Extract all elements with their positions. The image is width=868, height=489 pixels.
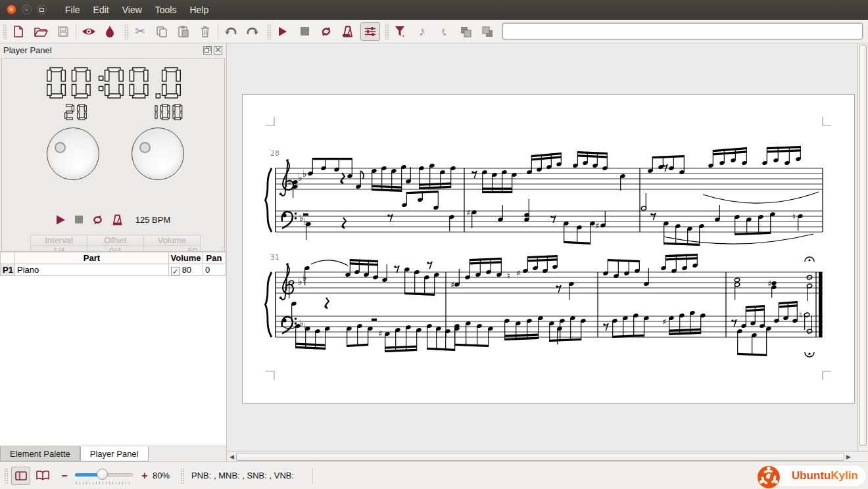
zoom-slider-handle[interactable] — [97, 469, 108, 480]
zoom-in-button[interactable]: + — [138, 470, 151, 482]
part-volume-cell[interactable]: ✓ 80 — [169, 264, 203, 276]
mixer-icon — [364, 26, 376, 37]
statusbar-drag-handle[interactable] — [3, 467, 8, 484]
zoom-level-value: 80% — [153, 471, 170, 480]
play-icon — [277, 26, 288, 37]
window-maximize-button[interactable] — [37, 5, 47, 14]
new-file-icon — [12, 25, 25, 38]
open-folder-icon — [34, 25, 48, 38]
zoom-slider[interactable] — [75, 467, 134, 484]
part-pan-cell[interactable]: 0 — [203, 264, 226, 276]
panel-repeat-button[interactable] — [92, 215, 103, 225]
note-mode-button[interactable]: ♪ — [412, 22, 432, 41]
delete-button[interactable] — [195, 22, 215, 41]
status-bar: − + 80% PNB: , MNB: , SNB: , VNB: Ubuntu… — [0, 461, 868, 489]
player-panel-titlebar[interactable]: Player Panel — [0, 43, 226, 57]
undo-icon — [224, 26, 238, 37]
scroll-right-arrow[interactable]: ▶ — [844, 452, 853, 461]
hidden-elements-button[interactable] — [79, 22, 99, 41]
repeat-icon — [320, 26, 332, 37]
eye-icon — [82, 26, 96, 37]
save-button[interactable] — [53, 22, 73, 41]
bring-forward-button[interactable] — [456, 22, 475, 41]
part-col-header: Part — [15, 252, 169, 264]
toolbar-drag-handle[interactable] — [2, 24, 7, 39]
menu-edit[interactable]: Edit — [87, 2, 116, 18]
tab-element-palette[interactable]: Element Palette — [0, 446, 80, 461]
redo-button[interactable] — [243, 22, 262, 41]
scroll-left-arrow[interactable]: ◀ — [228, 452, 236, 461]
statusbar-drag-handle[interactable] — [180, 467, 184, 484]
horizontal-scrollbar-thumb[interactable] — [236, 453, 844, 461]
menu-file[interactable]: File — [59, 2, 87, 18]
metronome-button[interactable] — [338, 22, 358, 41]
trash-icon — [199, 25, 211, 38]
repeat-button[interactable] — [316, 22, 336, 41]
transport-controls: 125 BPM — [2, 210, 224, 229]
toolbar-drag-handle[interactable] — [384, 24, 389, 39]
volume-knob[interactable] — [132, 128, 184, 180]
metronome-icon — [343, 26, 353, 37]
page-view-button[interactable] — [11, 467, 30, 485]
mixer-button[interactable] — [360, 22, 380, 41]
part-volume-value: 80 — [182, 265, 191, 275]
tab-player-panel[interactable]: Player Panel — [80, 446, 149, 461]
panel-float-button[interactable] — [203, 46, 212, 55]
knob-indicator — [139, 142, 151, 153]
filter-icon — [395, 25, 406, 38]
paste-button[interactable] — [174, 22, 193, 41]
menu-view[interactable]: View — [116, 2, 149, 18]
part-corner-header — [1, 252, 15, 264]
zoom-out-button[interactable]: − — [58, 470, 71, 482]
toolbar-drag-handle[interactable] — [266, 24, 271, 39]
table-row[interactable]: P1 Piano ✓ 80 0 — [1, 264, 226, 276]
svg-text:♮: ♮ — [799, 310, 802, 320]
float-icon — [205, 47, 210, 53]
toolbar-text-input[interactable] — [502, 23, 863, 39]
svg-text:♯: ♯ — [767, 279, 771, 289]
panel-play-button[interactable] — [56, 215, 66, 225]
copy-button[interactable] — [152, 22, 172, 41]
vertical-scrollbar-thumb[interactable] — [859, 45, 867, 446]
open-file-button[interactable] — [31, 22, 51, 41]
filter-button[interactable] — [391, 22, 410, 41]
play-button[interactable] — [273, 22, 293, 41]
undo-button[interactable] — [221, 22, 241, 41]
send-backward-button[interactable] — [477, 22, 497, 41]
tempo-knob[interactable] — [47, 128, 99, 180]
horizontal-scrollbar[interactable]: ◀ ▶ — [228, 451, 868, 461]
score-page[interactable]: 28 31 ♭♭♭♭♭♭♭♭♯♯♯♮♯♮♯♯♯♯♮ — [242, 94, 855, 404]
menu-help[interactable]: Help — [183, 2, 215, 18]
part-list: Part Volume Pan P1 Piano ✓ 80 0 — [0, 251, 226, 446]
ubuntukylin-badge: UbuntuKylin — [765, 464, 867, 488]
part-enabled-checkbox[interactable]: ✓ — [171, 267, 180, 275]
mirrored-note-icon: ♪ — [441, 25, 447, 37]
menu-tools[interactable]: Tools — [149, 2, 183, 18]
panel-close-button[interactable] — [214, 46, 222, 55]
save-icon — [57, 25, 70, 38]
close-icon — [215, 47, 221, 53]
stop-button[interactable] — [295, 22, 314, 41]
color-mode-button[interactable] — [100, 22, 120, 41]
score-canvas[interactable]: 28 31 ♭♭♭♭♭♭♭♭♯♯♯♮♯♮♯♯♯♯♮ — [228, 43, 857, 451]
toolbar-separator — [218, 24, 218, 39]
window-minimize-button[interactable]: − — [22, 5, 32, 14]
panel-stop-button[interactable] — [75, 216, 83, 223]
book-view-button[interactable] — [33, 467, 53, 485]
bring-forward-icon — [460, 26, 472, 37]
svg-text:♯: ♯ — [662, 317, 666, 327]
vertical-scrollbar[interactable] — [857, 43, 868, 451]
panel-metronome-button[interactable] — [112, 214, 122, 225]
cut-button[interactable]: ✂ — [130, 22, 150, 41]
scissors-icon: ✂ — [135, 25, 145, 37]
svg-text:♭: ♭ — [298, 276, 302, 287]
new-file-button[interactable] — [9, 22, 28, 41]
toolbar-drag-handle[interactable] — [124, 24, 128, 39]
volume-col-header: Volume — [169, 252, 203, 264]
statusbar-separator — [312, 467, 313, 484]
svg-text:♯: ♯ — [595, 221, 599, 231]
part-name-cell[interactable]: Piano — [15, 264, 169, 276]
window-close-button[interactable]: × — [7, 5, 16, 14]
knob-indicator — [55, 142, 66, 153]
grace-note-button[interactable]: ♪ — [434, 22, 454, 41]
